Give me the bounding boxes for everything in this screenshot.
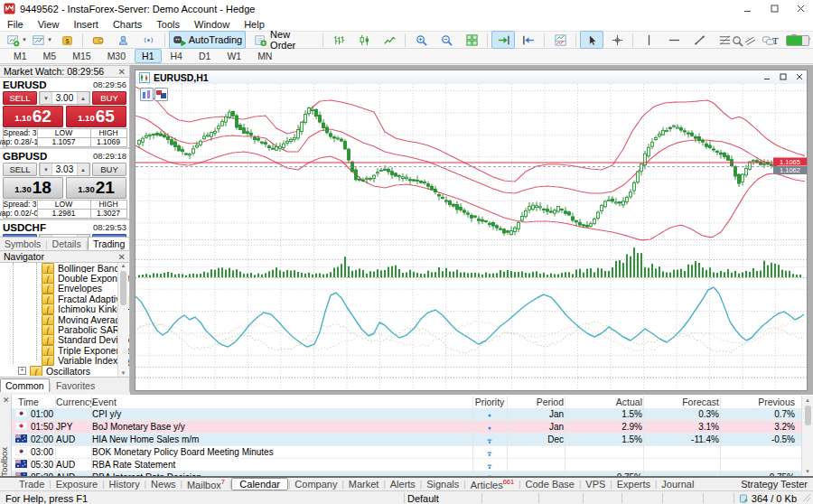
timeframe-h1[interactable]: H1	[135, 49, 161, 63]
navigator-item-envelopes[interactable]: fEnvelopes	[0, 284, 129, 294]
menu-help[interactable]: Help	[237, 19, 272, 30]
chart-close-button[interactable]	[796, 73, 803, 82]
buy-button[interactable]: BUY	[92, 91, 126, 105]
new-chart-button[interactable]: ▾	[5, 31, 28, 49]
sell-button[interactable]: SELL	[3, 163, 37, 176]
maximize-button[interactable]	[768, 3, 780, 14]
volume-stepper[interactable]: ▼3.00▲	[39, 91, 90, 105]
column-header-priority[interactable]: Priority	[473, 396, 506, 408]
symbol-name[interactable]: EURUSD	[3, 79, 47, 90]
navigator-item-ichimoku-kinko-hyo[interactable]: fIchimoku Kinko Hyo	[0, 304, 129, 314]
candle-chart-button[interactable]	[352, 31, 376, 49]
horizontal-line-button[interactable]	[662, 31, 686, 49]
chart-shift-button[interactable]	[517, 31, 540, 49]
expand-icon[interactable]: +	[18, 367, 26, 375]
vertical-line-button[interactable]	[637, 31, 660, 49]
profiles-button[interactable]: ▾	[30, 31, 53, 49]
status-profile[interactable]: Default	[407, 493, 439, 504]
bid-price[interactable]: 1.3018	[3, 177, 63, 199]
calendar-row[interactable]: 03:00BOK Monetary Policy Board Meeting M…	[12, 446, 801, 459]
toolbox-tab-code-base[interactable]: Code Base	[521, 479, 579, 490]
column-header-event[interactable]: Event	[92, 396, 472, 408]
navigator-item-oscillators[interactable]: +fOscillators	[0, 366, 129, 376]
history-center-button[interactable]: $	[55, 31, 79, 49]
toolbox-tab-market[interactable]: Market	[344, 479, 384, 490]
zoom-out-button[interactable]	[435, 31, 458, 49]
auto-scroll-button[interactable]	[491, 31, 515, 49]
timeframe-w1[interactable]: W1	[220, 49, 248, 63]
toolbox-tab-signals[interactable]: Signals	[422, 479, 463, 490]
ask-price[interactable]: 1.1065	[66, 106, 126, 127]
column-header-currency[interactable]: Currency	[56, 396, 90, 408]
community-button[interactable]	[112, 31, 136, 49]
timeframe-m5[interactable]: M5	[36, 49, 64, 63]
volume-stepper[interactable]: ▼3.03▲	[39, 163, 90, 176]
symbol-name[interactable]: USDCHF	[3, 222, 46, 233]
menu-file[interactable]: File	[0, 19, 31, 30]
toolbox-tab-articles[interactable]: Articles661	[466, 478, 519, 490]
search-button[interactable]	[725, 32, 749, 50]
market-watch-tab-symbols[interactable]: Symbols	[0, 238, 45, 250]
navigator-item-double-exponential[interactable]: fDouble Exponential	[0, 273, 129, 283]
chart-minimize-button[interactable]	[763, 73, 771, 82]
strategy-tester-link[interactable]: Strategy Tester	[741, 479, 808, 490]
toolbox-tab-calendar[interactable]: Calendar	[231, 478, 288, 490]
deposit-button[interactable]	[87, 31, 110, 49]
navigator-item-fractal-adaptive-mo[interactable]: fFractal Adaptive Mo	[0, 294, 129, 303]
chart-canvas[interactable]: 1.10651.1062	[136, 84, 807, 390]
menu-view[interactable]: View	[31, 19, 67, 30]
toolbox-tab-trade[interactable]: Trade	[14, 479, 49, 490]
toolbox-tab-mailbox[interactable]: Mailbox7	[182, 478, 229, 490]
menu-insert[interactable]: Insert	[66, 19, 106, 30]
market-watch-tab-details[interactable]: Details	[48, 238, 86, 250]
chart-object-flag-icon[interactable]	[154, 88, 168, 101]
navigator-scrollbar[interactable]: ▲▼	[117, 263, 128, 377]
navigator-tab-common[interactable]: Common	[0, 378, 50, 392]
indicator-window-button[interactable]	[548, 31, 572, 49]
navigator-item-variable-index-dyna[interactable]: fVariable Index Dyna	[0, 356, 129, 366]
zoom-in-button[interactable]	[409, 31, 433, 49]
toolbox-close-icon[interactable]: ✕	[3, 396, 10, 405]
toolbox-tab-alerts[interactable]: Alerts	[386, 479, 420, 490]
chat-button[interactable]	[756, 32, 780, 50]
volume-decrease-icon[interactable]: ▼	[40, 92, 52, 104]
toolbox-tab-vps[interactable]: VPS	[581, 479, 610, 490]
timeframe-m15[interactable]: M15	[65, 49, 98, 63]
volume-increase-icon[interactable]: ▲	[77, 92, 89, 104]
navigator-item-standard-deviation[interactable]: fStandard Deviation	[0, 335, 129, 345]
market-watch-tab-trading[interactable]: Trading	[88, 237, 130, 250]
bar-chart-button[interactable]	[327, 31, 350, 49]
navigator-item-bollinger-bands[interactable]: fBollinger Bands	[0, 263, 129, 273]
autotrading-button[interactable]: AutoTrading	[169, 31, 246, 49]
chart-title-bar[interactable]: EURUSD,H1	[136, 70, 807, 85]
calendar-row[interactable]: 05:30AUDRBA Rate Statement	[12, 459, 801, 471]
symbol-name[interactable]: GBPUSD	[3, 151, 47, 162]
buy-button[interactable]: BUY	[92, 163, 126, 176]
new-order-button[interactable]: New Order	[248, 31, 319, 49]
column-header-period[interactable]: Period	[508, 396, 564, 408]
timeframe-d1[interactable]: D1	[192, 49, 218, 63]
market-watch-close-icon[interactable]: ✕	[118, 67, 126, 77]
toolbox-tab-news[interactable]: News	[146, 479, 181, 490]
cursor-button[interactable]	[580, 31, 603, 49]
timeframe-mn[interactable]: MN	[250, 49, 279, 63]
chart-restore-button[interactable]	[780, 73, 787, 82]
navigator-item-moving-average[interactable]: fMoving Average	[0, 314, 129, 324]
menu-charts[interactable]: Charts	[106, 19, 149, 30]
navigator-close-icon[interactable]: ✕	[118, 252, 126, 262]
menu-window[interactable]: Window	[187, 19, 237, 30]
trend-line-button[interactable]	[687, 31, 711, 49]
column-header-actual[interactable]: Actual	[565, 396, 642, 408]
calendar-row[interactable]: 01:50JPYBoJ Monetary Base y/yJan2.9%3.1%…	[12, 421, 801, 434]
calendar-row[interactable]: 01:00CPI y/yJan1.5%0.3%0.7%	[12, 408, 801, 421]
column-header-forecast[interactable]: Forecast	[644, 396, 719, 408]
timeframe-h4[interactable]: H4	[164, 49, 190, 63]
navigator-tab-favorites[interactable]: Favorites	[51, 379, 99, 392]
ask-price[interactable]: 1.3021	[66, 177, 126, 199]
crosshair-button[interactable]	[605, 31, 629, 49]
bid-price[interactable]: 1.1062	[3, 106, 63, 127]
signals-service-button[interactable]	[137, 31, 161, 49]
line-chart-button[interactable]	[378, 31, 401, 49]
toolbox-tab-history[interactable]: History	[105, 479, 145, 490]
volume-decrease-icon[interactable]: ▼	[40, 163, 52, 175]
